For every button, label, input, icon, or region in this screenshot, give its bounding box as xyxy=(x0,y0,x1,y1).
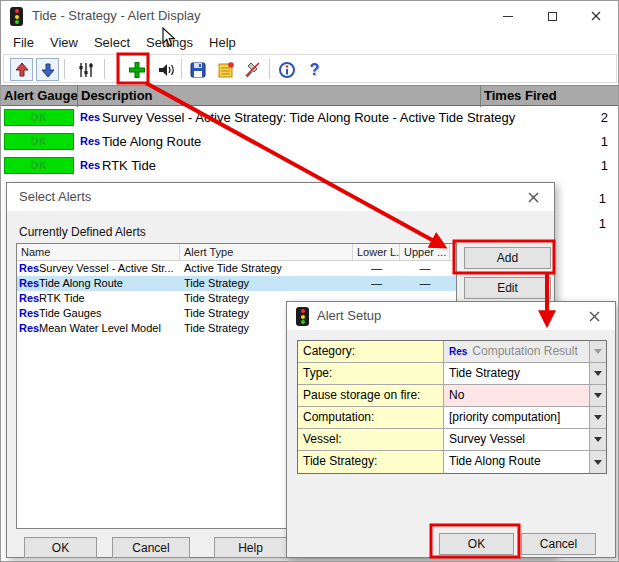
cancel-button[interactable]: Cancel xyxy=(521,533,596,555)
form-row-type: Type: Tide Strategy xyxy=(298,363,606,385)
dialog-close-button[interactable] xyxy=(512,183,554,211)
table-row[interactable]: OK Res Tide Along Route 1 xyxy=(1,130,619,154)
chevron-down-icon xyxy=(594,460,602,469)
help-button[interactable]: ? xyxy=(303,58,326,81)
alert-description: RTK Tide xyxy=(102,158,156,173)
alert-description: Tide Along Route xyxy=(102,134,201,149)
res-tag: Res xyxy=(17,276,39,291)
list-header: Name Alert Type Lower L... Upper ... xyxy=(17,244,456,261)
ok-button[interactable]: OK xyxy=(24,537,97,558)
header-lower-limit[interactable]: Lower L... xyxy=(353,244,400,260)
type-value[interactable]: Tide Strategy xyxy=(444,363,606,384)
header-name[interactable]: Name xyxy=(17,244,180,260)
upper-limit: — xyxy=(400,261,450,276)
toolbar-separator xyxy=(104,59,105,79)
scroll-down-button[interactable] xyxy=(36,58,59,81)
computation-dropdown-button[interactable] xyxy=(589,407,606,428)
menu-settings[interactable]: Settings xyxy=(138,31,201,54)
maximize-button[interactable] xyxy=(530,1,574,31)
alert-setup-form: Category: ResComputation Result Type: Ti… xyxy=(297,340,607,474)
alert-name: Tide Along Route xyxy=(39,276,123,291)
dialog-title: Select Alerts xyxy=(19,183,91,211)
vessel-label: Vessel: xyxy=(298,429,444,450)
menu-select[interactable]: Select xyxy=(86,31,138,54)
section-label: Currently Defined Alerts xyxy=(19,225,146,239)
sound-button[interactable] xyxy=(154,58,177,81)
form-row-computation: Computation: [priority computation] xyxy=(298,407,606,429)
menu-file[interactable]: File xyxy=(5,31,42,54)
title-bar: Tide - Strategy - Alert Display xyxy=(1,1,618,31)
alert-setup-dialog: Alert Setup Category: ResComputation Res… xyxy=(286,301,616,558)
edit-button[interactable]: Edit xyxy=(464,277,551,299)
speaker-icon xyxy=(156,60,176,80)
list-item-selected[interactable]: ResTide Along Route Tide Strategy — — xyxy=(17,276,456,291)
alert-type: Active Tide Strategy xyxy=(180,261,353,276)
column-alert-gauge: Alert Gauge xyxy=(4,86,78,106)
info-icon xyxy=(277,60,297,80)
form-row-pause-storage: Pause storage on fire: No xyxy=(298,385,606,407)
sliders-icon xyxy=(76,60,96,80)
vessel-text: Survey Vessel xyxy=(449,432,525,446)
minimize-button[interactable] xyxy=(486,1,530,31)
times-fired-value: 1 xyxy=(572,212,606,236)
close-icon xyxy=(591,11,601,21)
status-badge: OK xyxy=(4,133,74,150)
header-alert-type[interactable]: Alert Type xyxy=(180,244,353,260)
scroll-up-button[interactable] xyxy=(10,58,33,81)
form-row-tide-strategy: Tide Strategy: Tide Along Route xyxy=(298,451,606,473)
upper-limit: — xyxy=(400,276,450,291)
times-fired-value: 1 xyxy=(574,158,608,173)
adjust-button[interactable] xyxy=(74,58,97,81)
tide-strategy-label: Tide Strategy: xyxy=(298,451,444,473)
times-fired-value: 1 xyxy=(574,134,608,149)
header-upper-limit[interactable]: Upper ... xyxy=(400,244,450,260)
vessel-value[interactable]: Survey Vessel xyxy=(444,429,606,450)
column-times-fired: Times Fired xyxy=(484,86,557,106)
app-window: Tide - Strategy - Alert Display File Vie… xyxy=(0,0,619,562)
add-alert-button[interactable] xyxy=(125,58,148,81)
dialog-title-bar: Alert Setup xyxy=(287,302,615,330)
computation-text: [priority computation] xyxy=(449,410,560,424)
close-icon xyxy=(528,192,539,203)
notepad-button[interactable] xyxy=(214,58,237,81)
res-tag: Res xyxy=(17,261,39,276)
list-item[interactable]: ResSurvey Vessel - Active Str... Active … xyxy=(17,261,456,276)
category-value: ResComputation Result xyxy=(444,341,606,362)
pause-storage-label: Pause storage on fire: xyxy=(298,385,444,406)
times-fired-value: 1 xyxy=(572,187,606,211)
toolbar-separator xyxy=(269,59,270,79)
category-dropdown-button xyxy=(589,341,606,362)
table-row[interactable]: OK Res Survey Vessel - Active Strategy: … xyxy=(1,106,619,130)
pause-storage-value[interactable]: No xyxy=(444,385,606,406)
alert-name: Survey Vessel - Active Str... xyxy=(39,261,174,276)
plus-icon xyxy=(127,60,147,80)
pause-storage-text: No xyxy=(449,388,464,402)
tide-strategy-dropdown-button[interactable] xyxy=(589,451,606,473)
vessel-dropdown-button[interactable] xyxy=(589,429,606,450)
dialog-close-button[interactable] xyxy=(573,302,615,330)
alert-name: Tide Gauges xyxy=(39,306,102,321)
tide-strategy-text: Tide Along Route xyxy=(449,454,541,468)
type-dropdown-button[interactable] xyxy=(589,363,606,384)
save-button[interactable] xyxy=(186,58,209,81)
help-button[interactable]: Help xyxy=(214,537,287,558)
menu-view[interactable]: View xyxy=(42,31,86,54)
cancel-button[interactable]: Cancel xyxy=(112,537,190,558)
maximize-icon xyxy=(548,12,557,21)
res-tag: Res xyxy=(17,321,39,336)
pin-button[interactable] xyxy=(241,58,264,81)
add-button[interactable]: Add xyxy=(464,247,551,269)
pause-storage-dropdown-button[interactable] xyxy=(589,385,606,406)
menu-help[interactable]: Help xyxy=(201,31,244,54)
table-row[interactable]: OK Res RTK Tide 1 xyxy=(1,154,619,178)
ok-button[interactable]: OK xyxy=(439,533,514,555)
tide-strategy-value[interactable]: Tide Along Route xyxy=(444,451,606,473)
res-tag: Res xyxy=(17,306,39,321)
type-label: Type: xyxy=(298,363,444,384)
info-button[interactable] xyxy=(275,58,298,81)
computation-value[interactable]: [priority computation] xyxy=(444,407,606,428)
close-button[interactable] xyxy=(574,1,618,31)
computation-label: Computation: xyxy=(298,407,444,428)
app-icon xyxy=(296,307,309,326)
status-badge: OK xyxy=(4,157,74,174)
